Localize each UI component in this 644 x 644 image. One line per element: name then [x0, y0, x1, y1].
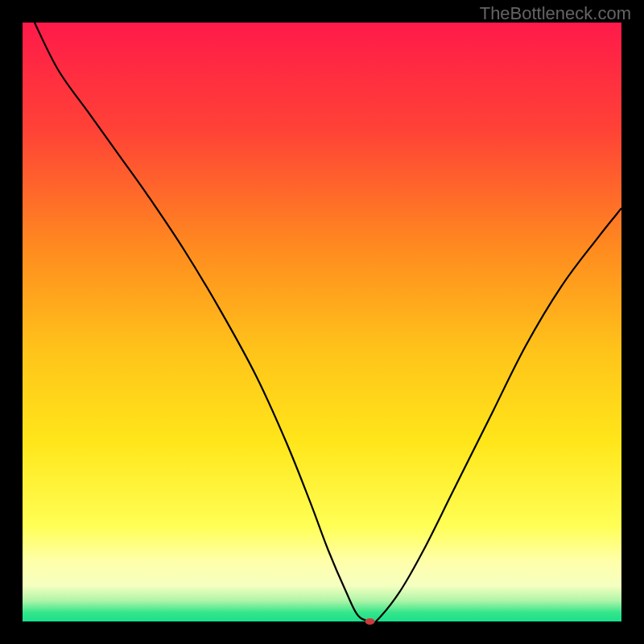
- optimum-marker: [365, 618, 375, 625]
- chart-frame: TheBottleneck.com: [0, 0, 644, 644]
- watermark-text: TheBottleneck.com: [480, 3, 631, 24]
- bottleneck-chart: [0, 0, 644, 644]
